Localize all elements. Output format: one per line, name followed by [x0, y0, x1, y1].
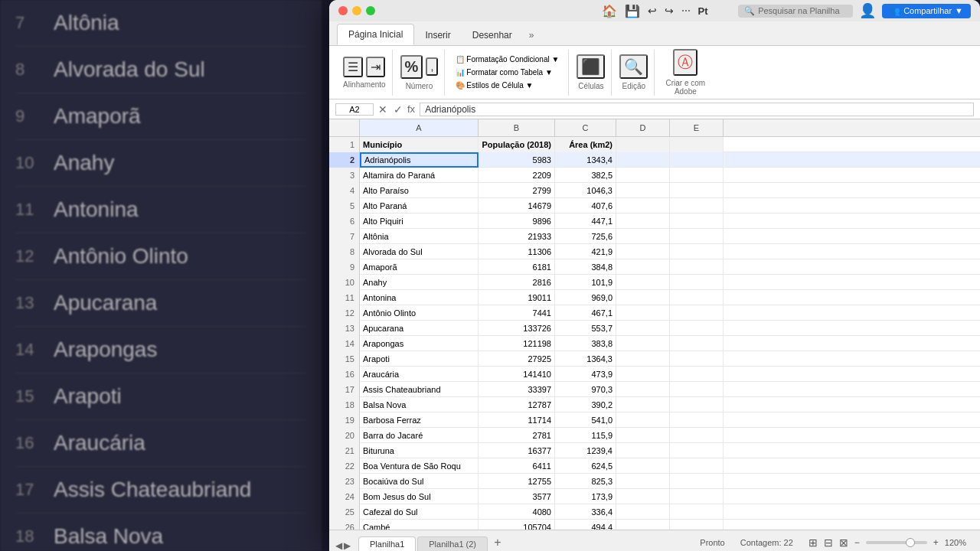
- cell-b[interactable]: 9896: [479, 214, 555, 229]
- sheet-body[interactable]: 1MunicípioPopulação (2018)Área (km2)2Adr…: [329, 137, 980, 530]
- col-header-c[interactable]: C: [555, 119, 616, 136]
- cell-b[interactable]: 21933: [479, 229, 555, 244]
- cell-c[interactable]: 173,9: [555, 489, 616, 504]
- save-icon[interactable]: 💾: [625, 4, 640, 18]
- cell-c[interactable]: 382,5: [555, 168, 616, 183]
- cell-e[interactable]: [670, 351, 724, 367]
- cell-d[interactable]: [616, 351, 670, 367]
- cell-a[interactable]: Altamira do Paraná: [360, 168, 479, 183]
- cell-a[interactable]: Araucária: [360, 367, 479, 382]
- cell-e[interactable]: [670, 474, 724, 489]
- cell-a[interactable]: Alvorada do Sul: [360, 244, 479, 259]
- cell-b[interactable]: 14679: [479, 198, 555, 214]
- cell-a[interactable]: Arapongas: [360, 336, 479, 351]
- edit-btn[interactable]: 🔍: [619, 54, 648, 79]
- cell-d[interactable]: [616, 244, 670, 259]
- cell-e[interactable]: [670, 397, 724, 412]
- cell-b[interactable]: 12755: [479, 474, 555, 489]
- table-row[interactable]: 11Antonina19011969,0: [329, 290, 980, 305]
- cell-c[interactable]: 725,6: [555, 229, 616, 244]
- cell-b[interactable]: 2816: [479, 275, 555, 290]
- cell-d[interactable]: [616, 137, 670, 152]
- cell-e[interactable]: [670, 458, 724, 474]
- col-header-a[interactable]: A: [360, 119, 479, 136]
- table-row[interactable]: 8Alvorada do Sul11306421,9: [329, 244, 980, 259]
- table-row[interactable]: 16Araucária141410473,9: [329, 367, 980, 382]
- cell-c[interactable]: 447,1: [555, 214, 616, 229]
- cell-a[interactable]: Amaporã: [360, 259, 479, 275]
- cell-a[interactable]: Alto Piquiri: [360, 214, 479, 229]
- cell-e[interactable]: [670, 489, 724, 504]
- cell-b[interactable]: 16377: [479, 443, 555, 458]
- cell-b[interactable]: 6411: [479, 458, 555, 474]
- cell-e[interactable]: [670, 382, 724, 397]
- table-row[interactable]: 3Altamira do Paraná2209382,5: [329, 168, 980, 183]
- zoom-increase-icon[interactable]: +: [933, 537, 939, 548]
- adobe-btn[interactable]: Ⓐ: [673, 49, 697, 76]
- zoom-decrease-icon[interactable]: −: [854, 537, 860, 548]
- cell-c[interactable]: 1364,3: [555, 351, 616, 367]
- close-button[interactable]: [338, 6, 348, 15]
- normal-view-icon[interactable]: ⊞: [808, 536, 818, 549]
- page-break-icon[interactable]: ⊠: [839, 536, 848, 549]
- cell-e[interactable]: [670, 412, 724, 428]
- col-header-b[interactable]: B: [479, 119, 555, 136]
- cell-c[interactable]: 473,9: [555, 367, 616, 382]
- cell-b[interactable]: 7441: [479, 305, 555, 321]
- table-row[interactable]: 6Alto Piquiri9896447,1: [329, 214, 980, 229]
- cell-d[interactable]: [616, 520, 670, 530]
- table-row[interactable]: 4Alto Paraíso27991046,3: [329, 183, 980, 198]
- table-row[interactable]: 14Arapongas121198383,8: [329, 336, 980, 351]
- cell-e[interactable]: [670, 305, 724, 321]
- cell-a[interactable]: Município: [360, 137, 479, 152]
- cell-b[interactable]: 2781: [479, 428, 555, 443]
- table-row[interactable]: 12Antônio Olinto7441467,1: [329, 305, 980, 321]
- cell-e[interactable]: [670, 443, 724, 458]
- cell-b[interactable]: 2799: [479, 183, 555, 198]
- cell-reference[interactable]: A2: [335, 103, 374, 116]
- cell-a[interactable]: Antonina: [360, 290, 479, 305]
- cell-b[interactable]: 105704: [479, 520, 555, 530]
- cell-e[interactable]: [670, 152, 724, 168]
- cell-b[interactable]: 27925: [479, 351, 555, 367]
- table-row[interactable]: 5Alto Paraná14679407,6: [329, 198, 980, 214]
- cell-c[interactable]: 494,4: [555, 520, 616, 530]
- table-row[interactable]: 13Apucarana133726553,7: [329, 321, 980, 336]
- home-icon[interactable]: 🏠: [602, 4, 617, 18]
- cell-d[interactable]: [616, 443, 670, 458]
- next-sheet-icon[interactable]: ▶: [344, 540, 351, 551]
- cell-a[interactable]: Bocaiúva do Sul: [360, 474, 479, 489]
- cell-d[interactable]: [616, 259, 670, 275]
- ribbon-tab-0[interactable]: Página Inicial: [337, 24, 414, 45]
- cell-styles-btn[interactable]: 🎨 Estilos de Célula ▼: [452, 80, 536, 91]
- cell-e[interactable]: [670, 137, 724, 152]
- table-row[interactable]: 26Cambé105704494,4: [329, 520, 980, 530]
- formula-input[interactable]: Adrianópolis: [420, 103, 974, 116]
- table-row[interactable]: 2Adrianópolis59831343,4: [329, 152, 980, 168]
- cell-c[interactable]: 101,9: [555, 275, 616, 290]
- cell-d[interactable]: [616, 428, 670, 443]
- cell-b[interactable]: 11714: [479, 412, 555, 428]
- page-layout-icon[interactable]: ⊟: [824, 536, 833, 549]
- cell-a[interactable]: Bituruna: [360, 443, 479, 458]
- cell-c[interactable]: 336,4: [555, 504, 616, 520]
- cell-d[interactable]: [616, 305, 670, 321]
- cell-a[interactable]: Assis Chateaubriand: [360, 382, 479, 397]
- cell-a[interactable]: Antônio Olinto: [360, 305, 479, 321]
- add-sheet-button[interactable]: +: [489, 534, 506, 551]
- cell-a[interactable]: Cafezal do Sul: [360, 504, 479, 520]
- cell-c[interactable]: 1343,4: [555, 152, 616, 168]
- cell-a[interactable]: Altônia: [360, 229, 479, 244]
- cell-b[interactable]: 133726: [479, 321, 555, 336]
- cell-b[interactable]: 33397: [479, 382, 555, 397]
- table-row[interactable]: 20Barra do Jacaré2781115,9: [329, 428, 980, 443]
- cell-c[interactable]: 825,3: [555, 474, 616, 489]
- cell-e[interactable]: [670, 198, 724, 214]
- cell-e[interactable]: [670, 244, 724, 259]
- cell-d[interactable]: [616, 229, 670, 244]
- cell-d[interactable]: [616, 489, 670, 504]
- cell-a[interactable]: Adrianópolis: [360, 152, 479, 168]
- cell-a[interactable]: Boa Ventura de São Roqu: [360, 458, 479, 474]
- cell-e[interactable]: [670, 520, 724, 530]
- cell-d[interactable]: [616, 290, 670, 305]
